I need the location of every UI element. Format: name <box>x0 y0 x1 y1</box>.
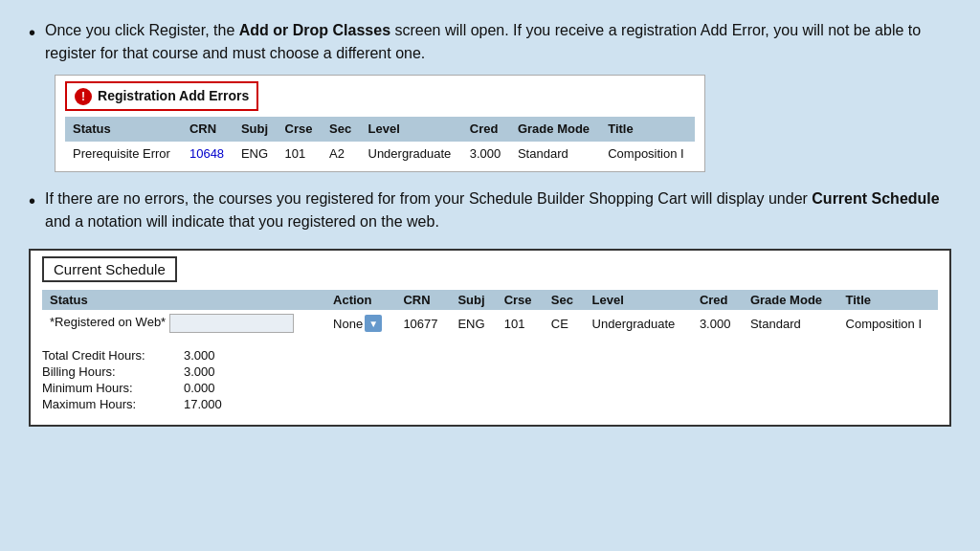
action-select-wrapper: None ▼ <box>333 315 382 332</box>
error-table-row: Prerequisite Error 10648 ENG 101 A2 Unde… <box>65 142 695 166</box>
col-header-cred: Cred <box>462 117 510 142</box>
bullet-text-2: If there are no errors, the courses you … <box>45 187 951 233</box>
maximum-value: 17.000 <box>184 397 232 411</box>
col-header-crse: Crse <box>278 117 322 142</box>
crn-link[interactable]: 10648 <box>189 146 224 161</box>
sched-sec: CE <box>544 310 585 337</box>
sched-grade-mode: Standard <box>743 310 838 337</box>
schedule-title: Current Schedule <box>42 256 177 282</box>
sched-col-crn: CRN <box>395 290 450 310</box>
maximum-row: Maximum Hours: 17.000 <box>42 397 938 411</box>
col-header-status: Status <box>65 117 182 142</box>
col-header-level: Level <box>361 117 462 142</box>
sched-crn: 10677 <box>395 310 450 337</box>
action-text: None <box>333 317 363 331</box>
sched-level: Undergraduate <box>585 310 692 337</box>
billing-row: Billing Hours: 3.000 <box>42 364 938 379</box>
action-dropdown-arrow[interactable]: ▼ <box>365 315 382 332</box>
error-box: ! Registration Add Errors Status CRN Sub… <box>55 75 705 172</box>
schedule-table-row: *Registered on Web* None ▼ 10677 ENG 101… <box>42 310 938 337</box>
error-header: ! Registration Add Errors <box>65 81 258 111</box>
total-credit-row: Total Credit Hours: 3.000 <box>42 348 938 363</box>
total-credit-value: 3.000 <box>184 348 232 363</box>
bullet1-bold: Add or Drop Classes <box>239 22 390 38</box>
sched-subj: ENG <box>450 310 496 337</box>
sched-col-grade-mode: Grade Mode <box>743 290 838 310</box>
error-title: Composition I <box>600 142 695 166</box>
minimum-value: 0.000 <box>184 381 232 395</box>
error-grade-mode: Standard <box>510 142 600 166</box>
col-header-crn: CRN <box>182 117 234 142</box>
error-status: Prerequisite Error <box>65 142 182 166</box>
sched-col-crse: Crse <box>497 290 544 310</box>
bullet2-pre: If there are no errors, the courses you … <box>45 190 812 207</box>
hours-section: Total Credit Hours: 3.000 Billing Hours:… <box>42 348 938 411</box>
bullet-item-2: • If there are no errors, the courses yo… <box>29 187 951 233</box>
sched-col-subj: Subj <box>450 290 496 310</box>
sched-col-cred: Cred <box>692 290 743 310</box>
error-crn: 10648 <box>182 142 234 166</box>
sched-col-title: Title <box>838 290 938 310</box>
error-crse: 101 <box>278 142 322 166</box>
sched-crse: 101 <box>497 310 544 337</box>
bullet-dot-2: • <box>29 187 35 214</box>
error-sec: A2 <box>322 142 360 166</box>
sched-cred: 3.000 <box>692 310 743 337</box>
col-header-subj: Subj <box>234 117 278 142</box>
bullet-item-1: • Once you click Register, the Add or Dr… <box>29 19 951 172</box>
bullet2-post: and a notation will indicate that you re… <box>45 213 439 230</box>
total-credit-label: Total Credit Hours: <box>42 348 176 363</box>
col-header-sec: Sec <box>322 117 360 142</box>
billing-value: 3.000 <box>184 364 232 379</box>
sched-action: None ▼ <box>325 310 395 337</box>
error-subj: ENG <box>234 142 278 166</box>
error-level: Undergraduate <box>361 142 462 166</box>
sched-col-action: Action <box>325 290 395 310</box>
sched-title: Composition I <box>838 310 938 337</box>
sched-col-sec: Sec <box>544 290 585 310</box>
sched-status: *Registered on Web* <box>42 310 325 337</box>
billing-label: Billing Hours: <box>42 364 176 379</box>
bullet-dot-1: • <box>29 19 35 46</box>
error-cred: 3.000 <box>462 142 510 166</box>
registration-error-table: Status CRN Subj Crse Sec Level Cred Grad… <box>65 117 695 165</box>
bullet-text-1: Once you click Register, the Add or Drop… <box>45 19 951 172</box>
bullet2-bold: Current Schedule <box>812 190 939 207</box>
sched-status-text: *Registered on Web* <box>50 315 166 329</box>
current-schedule-box: Current Schedule Status Action CRN Subj … <box>29 249 951 427</box>
bullet1-pre: Once you click Register, the <box>45 22 239 38</box>
minimum-label: Minimum Hours: <box>42 381 176 395</box>
error-icon: ! <box>75 88 92 105</box>
sched-col-status: Status <box>42 290 325 310</box>
minimum-row: Minimum Hours: 0.000 <box>42 381 938 395</box>
error-title: Registration Add Errors <box>98 86 249 106</box>
schedule-table: Status Action CRN Subj Crse Sec Level Cr… <box>42 290 938 337</box>
col-header-grade-mode: Grade Mode <box>510 117 600 142</box>
sched-status-input[interactable] <box>169 314 294 333</box>
maximum-label: Maximum Hours: <box>42 397 176 411</box>
sched-col-level: Level <box>585 290 692 310</box>
col-header-title: Title <box>600 117 695 142</box>
